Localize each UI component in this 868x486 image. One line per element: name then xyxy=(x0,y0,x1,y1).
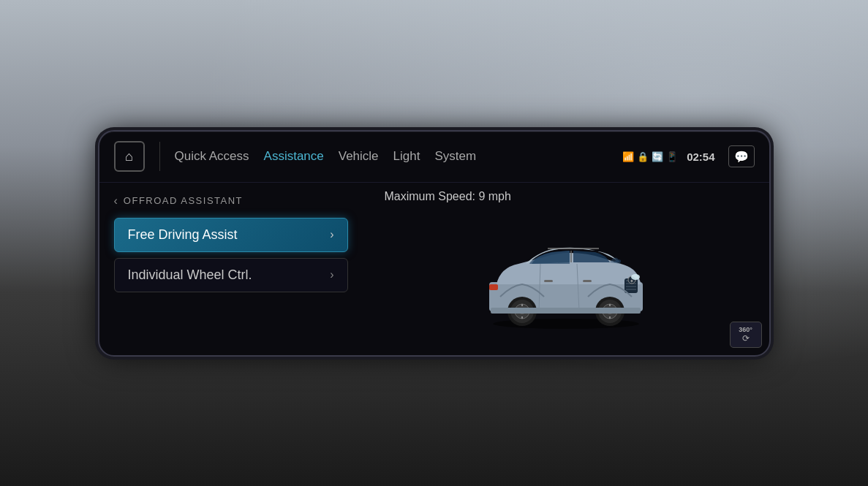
svg-rect-15 xyxy=(544,280,553,282)
back-arrow-icon[interactable]: ‹ xyxy=(114,194,118,208)
svg-rect-11 xyxy=(489,284,498,290)
tab-assistance[interactable]: Assistance xyxy=(264,146,324,167)
main-content: ‹ OFFROAD ASSISTANT Free Driving Assist … xyxy=(99,183,769,355)
view-360-button[interactable]: 360° ⟳ xyxy=(730,322,762,348)
home-icon: ⌂ xyxy=(125,149,133,164)
svg-rect-32 xyxy=(491,308,641,314)
nav-divider xyxy=(159,142,160,171)
tab-vehicle[interactable]: Vehicle xyxy=(339,146,379,167)
status-icons: 📶 🔒 🔄 📱 xyxy=(622,151,678,162)
signal-icon: 📶 xyxy=(622,151,634,162)
message-icon: 💬 xyxy=(734,150,749,164)
left-panel: ‹ OFFROAD ASSISTANT Free Driving Assist … xyxy=(99,183,363,355)
nav-tabs: Quick Access Assistance Vehicle Light Sy… xyxy=(167,146,623,167)
lock-icon: 🔒 xyxy=(637,151,649,162)
individual-wheel-ctrl-label: Individual Wheel Ctrl. xyxy=(128,267,252,283)
message-button[interactable]: 💬 xyxy=(728,145,755,167)
breadcrumb: ‹ OFFROAD ASSISTANT xyxy=(114,190,348,212)
tab-system[interactable]: System xyxy=(434,146,476,167)
svg-rect-14 xyxy=(583,280,592,282)
clock-display: 02:54 xyxy=(687,151,714,163)
max-speed-label: Maximum Speed: 9 mph xyxy=(377,190,511,203)
sync-icon: 🔄 xyxy=(652,151,663,162)
svg-point-10 xyxy=(631,274,640,280)
menu-item-individual-wheel-ctrl[interactable]: Individual Wheel Ctrl. › xyxy=(114,258,348,292)
view-360-label: 360° xyxy=(739,326,752,333)
view-360-icon: ⟳ xyxy=(742,333,750,343)
nav-bar: ⌂ Quick Access Assistance Vehicle Light … xyxy=(99,132,769,183)
home-button[interactable]: ⌂ xyxy=(114,141,145,172)
phone-icon: 📱 xyxy=(666,151,678,162)
free-driving-assist-label: Free Driving Assist xyxy=(128,227,238,243)
individual-wheel-ctrl-arrow: › xyxy=(330,268,333,281)
right-panel: Maximum Speed: 9 mph xyxy=(363,183,769,355)
infotainment-screen: ⌂ Quick Access Assistance Vehicle Light … xyxy=(98,130,771,357)
free-driving-assist-arrow: › xyxy=(330,228,333,241)
menu-item-free-driving-assist[interactable]: Free Driving Assist › xyxy=(114,218,348,252)
dashboard-background: ⌂ Quick Access Assistance Vehicle Light … xyxy=(0,0,868,486)
breadcrumb-text: OFFROAD ASSISTANT xyxy=(124,195,243,206)
car-visualization: ✦ xyxy=(471,224,661,333)
tab-quick-access[interactable]: Quick Access xyxy=(175,146,249,167)
car-image-area: ✦ xyxy=(377,209,755,348)
nav-right-area: 📶 🔒 🔄 📱 02:54 💬 xyxy=(622,145,754,167)
tab-light[interactable]: Light xyxy=(393,146,420,167)
